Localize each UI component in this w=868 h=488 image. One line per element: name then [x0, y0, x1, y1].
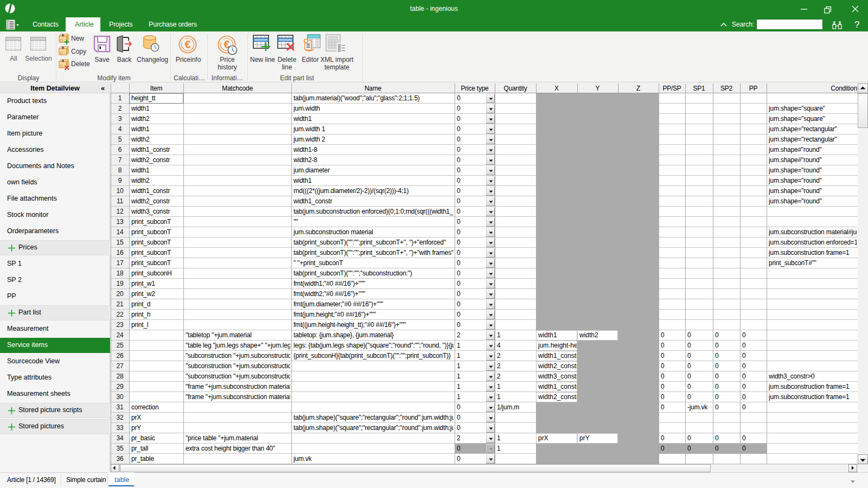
svg-text:€: €	[184, 38, 190, 50]
